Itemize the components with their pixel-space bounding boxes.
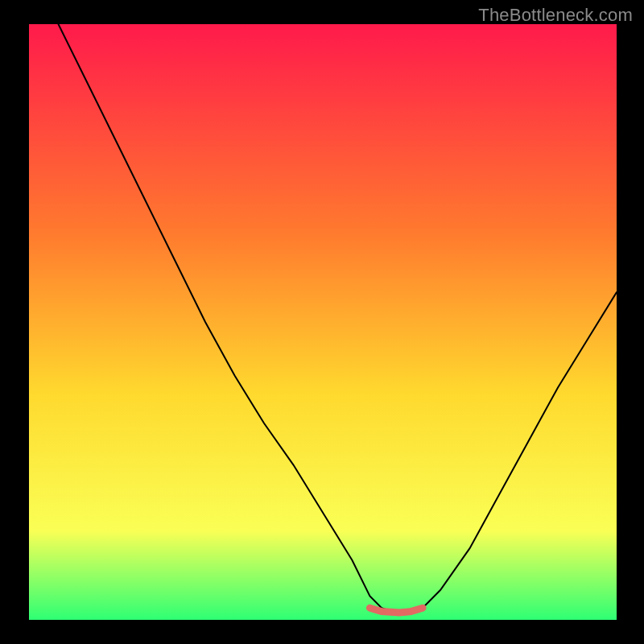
watermark-text: TheBottleneck.com (478, 5, 633, 26)
chart-plot-area (29, 24, 617, 620)
chart-svg (29, 24, 617, 620)
chart-gradient-bg (29, 24, 617, 620)
chart-frame: TheBottleneck.com (0, 0, 644, 644)
